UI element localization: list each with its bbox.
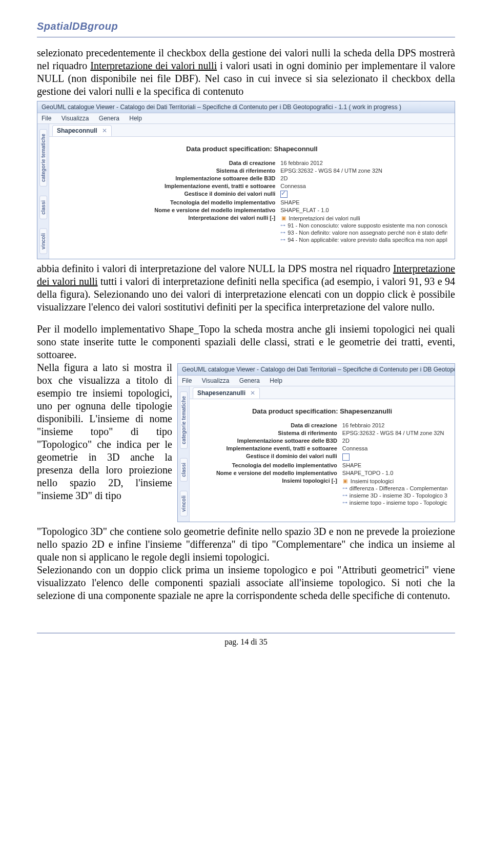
table-row: Insiemi topologici [-] ▣Insiemi topologi… — [197, 478, 447, 506]
brand-logo: SpatialDBgroup — [37, 20, 123, 32]
kv-label: Tecnologia del modello implementativo — [197, 462, 342, 468]
kv-value: SHAPE — [280, 199, 447, 205]
table-row: Nome e versione del modello implementati… — [56, 207, 447, 213]
table-row: Data di creazione16 febbraio 2012 — [197, 422, 447, 428]
kv-label: Interpretazione dei valori nulli [-] — [56, 215, 280, 243]
app1-open-tab[interactable]: Shapeconnull ✕ — [52, 125, 112, 136]
app2-titlebar: GeoUML catalogue Viewer - Catalogo dei D… — [178, 364, 455, 376]
kv-label: Implementazione eventi, tratti e sottoar… — [56, 183, 280, 189]
tree-root[interactable]: ▣Insiemi topologici — [342, 478, 447, 485]
table-row: Tecnologia del modello implementativoSHA… — [197, 462, 447, 468]
table-row: Nome e versione del modello implementati… — [197, 470, 447, 476]
table-row: Implementazione eventi, tratti e sottoar… — [56, 183, 447, 189]
kv-value: EPSG:32632 - WGS 84 / UTM zone 32N — [280, 168, 447, 174]
kv-value: 2D — [280, 175, 447, 181]
kv-label: Gestisce il dominio dei valori nulli — [197, 453, 342, 460]
table-row: Implementazione sottoaree delle B3D2D — [56, 175, 447, 181]
menu-file[interactable]: File — [182, 377, 192, 384]
tree-item-text: insieme topo - insieme topo - Topologico — [350, 500, 447, 506]
kv-label: Implementazione sottoaree delle B3D — [197, 438, 342, 444]
app2-tab-label: Shapesenzanulli — [197, 389, 245, 397]
menu-visualizza[interactable]: Visualizza — [61, 115, 89, 122]
kv-label: Implementazione sottoaree delle B3D — [56, 175, 280, 181]
app-screenshot-2: GeoUML catalogue Viewer - Catalogo dei D… — [177, 363, 455, 522]
para2-b: tutti i valori di interpretazione defini… — [37, 276, 455, 313]
tree-item[interactable]: ⊶insieme topo - insieme topo - Topologic… — [342, 499, 447, 506]
para1-link: Interpretazione dei valori nulli — [90, 60, 217, 71]
app2-open-tab[interactable]: Shapesenzanulli ✕ — [193, 387, 260, 399]
table-row: Data di creazione16 febbraio 2012 — [56, 160, 447, 166]
folder-icon: ▣ — [342, 478, 348, 484]
para2-a: abbia definito i valori di interpretazio… — [37, 263, 393, 274]
kv-label: Tecnologia del modello implementativo — [56, 199, 280, 205]
tree-root-label: Interpretazioni dei valori nulli — [289, 215, 360, 221]
app1-side-tabs: categorie tematiche classi vincoli — [37, 124, 49, 259]
kv-value: Connessa — [280, 183, 447, 189]
kv-label: Data di creazione — [56, 160, 280, 166]
menu-help[interactable]: Help — [270, 377, 282, 384]
sidetab-categorie[interactable]: categorie tematiche — [39, 129, 47, 187]
menu-visualizza[interactable]: Visualizza — [202, 377, 230, 384]
tree-root[interactable]: ▣Interpretazioni dei valori nulli — [280, 215, 447, 222]
menu-file[interactable]: File — [42, 115, 51, 122]
brand-header: SpatialDBgroup — [37, 26, 455, 37]
kv-value: SHAPE_TOPO - 1.0 — [342, 470, 447, 476]
kv-value: EPSG:32632 - WGS 84 / UTM zone 32N — [342, 430, 447, 436]
app1-menubar: File Visualizza Genera Help — [37, 113, 455, 124]
node-icon: ⊶ — [342, 500, 347, 505]
kv-value: SHAPE_FLAT - 1.0 — [280, 207, 447, 213]
close-icon[interactable]: ✕ — [102, 127, 107, 134]
tree-item[interactable]: ⊶insieme 3D - insieme 3D - Topologico 3D — [342, 492, 447, 499]
kv-value: Connessa — [342, 445, 447, 451]
tree-item[interactable]: ⊶93 - Non definito: valore non assegnato… — [280, 229, 447, 236]
table-row: Tecnologia del modello implementativoSHA… — [56, 199, 447, 205]
menu-genera[interactable]: Genera — [99, 115, 119, 122]
tree-item-text: 93 - Non definito: valore non assegnato … — [288, 230, 447, 236]
sidetab-classi[interactable]: classi — [39, 196, 47, 219]
app2-tabs-row: Shapesenzanulli ✕ — [190, 386, 455, 399]
table-row: Sistema di riferimentoEPSG:32632 - WGS 8… — [56, 168, 447, 174]
table-row: Gestisce il dominio dei valori nulli — [197, 453, 447, 460]
menu-genera[interactable]: Genera — [239, 377, 260, 384]
sidetab-vincoli[interactable]: vincoli — [180, 491, 188, 516]
checkbox-icon[interactable] — [342, 453, 350, 461]
app1-heading: Data product specification: Shapeconnull — [56, 145, 447, 153]
kv-label: Sistema di riferimento — [197, 430, 342, 436]
tree-root-label: Insiemi topologici — [351, 478, 394, 484]
menu-help[interactable]: Help — [129, 115, 142, 122]
kv-label: Nome e versione del modello implementati… — [56, 207, 280, 213]
app2-side-tabs: categorie tematiche classi vincoli — [178, 386, 190, 521]
kv-label: Nome e versione del modello implementati… — [197, 470, 342, 476]
sidetab-vincoli[interactable]: vincoli — [39, 229, 47, 254]
footer-separator — [37, 633, 455, 633]
tree-item[interactable]: ⊶94 - Non applicabile: valore previsto d… — [280, 236, 447, 243]
kv-label: Data di creazione — [197, 422, 342, 428]
tree-item-text: 94 - Non applicabile: valore previsto da… — [288, 237, 447, 243]
tree-item[interactable]: ⊶91 - Non conosciuto: valore supposto es… — [280, 222, 447, 229]
table-row: Interpretazione dei valori nulli [-] ▣In… — [56, 215, 447, 243]
node-icon: ⊶ — [342, 492, 347, 498]
node-icon: ⊶ — [280, 222, 285, 228]
close-icon[interactable]: ✕ — [250, 389, 255, 397]
node-icon: ⊶ — [342, 485, 347, 491]
tree-item-text: 91 - Non conosciuto: valore supposto esi… — [288, 222, 447, 229]
kv-label: Insiemi topologici [-] — [197, 478, 342, 506]
app-screenshot-1: GeoUML catalogue Viewer - Catalogo dei D… — [37, 101, 455, 259]
app1-tab-label: Shapeconnull — [57, 127, 97, 134]
page-number: pag. 14 di 35 — [37, 637, 455, 647]
kv-value: 16 febbraio 2012 — [280, 160, 447, 166]
sidetab-categorie[interactable]: categorie tematiche — [180, 391, 188, 449]
app1-tabs-row: Shapeconnull ✕ — [49, 124, 455, 137]
table-row: Sistema di riferimentoEPSG:32632 - WGS 8… — [197, 430, 447, 436]
kv-label: Implementazione eventi, tratti e sottoar… — [197, 445, 342, 451]
app1-titlebar: GeoUML catalogue Viewer - Catalogo dei D… — [37, 101, 455, 113]
table-row: Implementazione eventi, tratti e sottoar… — [197, 445, 447, 451]
paragraph-1: selezionato precedentemente il checkbox … — [37, 47, 455, 98]
kv-value: 2D — [342, 438, 447, 444]
table-row: Gestisce il dominio dei valori nulli — [56, 191, 447, 198]
checkbox-icon[interactable] — [280, 191, 288, 198]
folder-icon: ▣ — [280, 215, 286, 221]
kv-label: Sistema di riferimento — [56, 168, 280, 174]
tree-item[interactable]: ⊶differenza - Differenza - Complementare — [342, 485, 447, 492]
sidetab-classi[interactable]: classi — [180, 458, 188, 482]
